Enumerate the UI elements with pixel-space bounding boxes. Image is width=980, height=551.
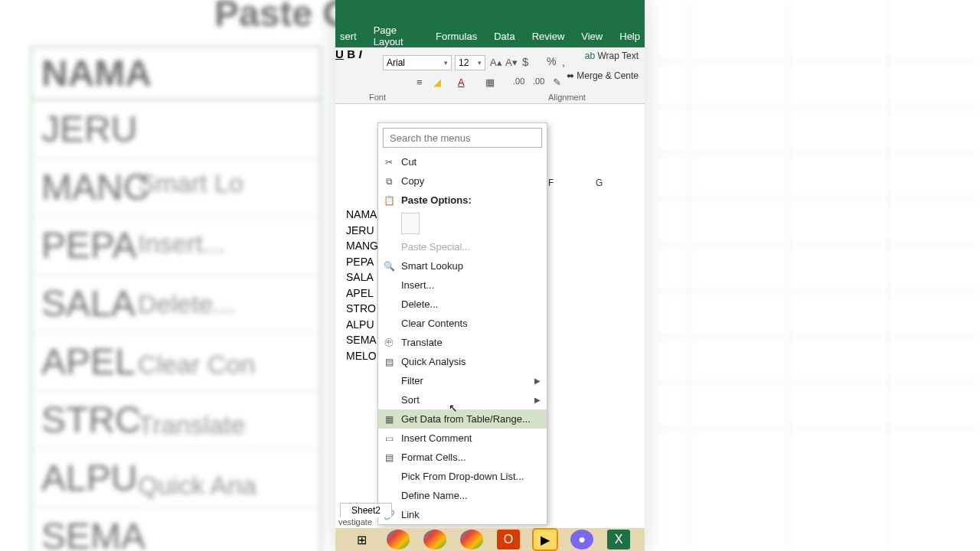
menu-sort[interactable]: Sort▶ — [378, 390, 547, 409]
ribbon-tabs: sert Page Layout Formulas Data Review Vi… — [335, 24, 645, 47]
menu-clear-contents[interactable]: Clear Contents — [378, 314, 547, 333]
fill-color-icon[interactable]: ◢ — [433, 77, 441, 88]
menu-search-input[interactable] — [383, 128, 542, 148]
office-icon[interactable]: O — [497, 530, 520, 549]
increase-decimal-icon[interactable]: .00 — [513, 77, 524, 86]
tab-data[interactable]: Data — [494, 31, 514, 42]
menu-get-data[interactable]: ▦Get Data from Table/Range... — [378, 409, 547, 429]
menu-copy[interactable]: ⧉Copy — [378, 171, 547, 191]
excel-icon[interactable]: X — [607, 530, 630, 549]
font-color-icon[interactable]: A — [458, 77, 465, 88]
menu-paste-special: Paste Special... — [378, 237, 547, 256]
underline-button[interactable]: U — [335, 47, 344, 60]
tab-help[interactable]: Help — [619, 31, 640, 42]
taskbar: ⊞ O ▶ ● X — [335, 528, 645, 551]
translate-icon: ㊥ — [383, 337, 395, 349]
windows-start-icon[interactable]: ⊞ — [350, 530, 373, 549]
comment-icon: ▭ — [383, 432, 395, 445]
currency-icon[interactable]: $ — [522, 55, 528, 68]
align-icon[interactable]: ≡ — [416, 77, 423, 88]
quick-analysis-icon: ▤ — [383, 356, 395, 368]
font-name-combo[interactable]: Arial▾ — [383, 55, 452, 70]
border-icon[interactable]: ▦ — [485, 77, 495, 88]
menu-quick-analysis[interactable]: ▤Quick Analysis — [378, 352, 547, 371]
app-icon[interactable]: ● — [570, 530, 593, 549]
decrease-font-icon[interactable]: A▾ — [505, 57, 518, 68]
menu-pick-dropdown[interactable]: Pick From Drop-down List... — [378, 467, 547, 486]
group-font: Font — [369, 93, 386, 102]
menu-format-cells[interactable]: ▤Format Cells... — [378, 448, 547, 467]
paste-icon[interactable] — [401, 213, 420, 234]
titlebar — [335, 0, 645, 24]
menu-delete[interactable]: Delete... — [378, 295, 547, 314]
search-icon: 🔍 — [383, 260, 395, 272]
merge-center-button[interactable]: ⬌ Merge & Cente — [567, 70, 639, 81]
chrome-icon[interactable] — [460, 530, 483, 549]
format-icon: ▤ — [383, 452, 395, 464]
tab-formulas[interactable]: Formulas — [436, 31, 477, 42]
scissors-icon: ✂ — [383, 156, 395, 168]
chrome-icon[interactable] — [423, 530, 446, 549]
paste-option-row — [378, 210, 547, 237]
clipboard-icon: 📋 — [383, 194, 395, 207]
menu-translate[interactable]: ㊥Translate — [378, 333, 547, 352]
tab-page-layout[interactable]: Page Layout — [374, 24, 419, 47]
increase-font-icon[interactable]: A▴ — [490, 57, 502, 68]
sheet-tab[interactable]: Sheet2 — [340, 503, 392, 517]
tab-review[interactable]: Review — [532, 31, 565, 42]
ribbon: Arial▾ 12▾ A▴ A▾ $ % , U B I ≡ ◢ A ▦ .00… — [335, 47, 645, 104]
excel-window: sert Page Layout Formulas Data Review Vi… — [335, 0, 645, 551]
col-header-f[interactable]: F — [548, 178, 554, 188]
bold-button[interactable]: B — [347, 47, 355, 60]
table-icon: ▦ — [383, 413, 395, 425]
app-icon[interactable]: ▶ — [534, 530, 557, 549]
percent-icon[interactable]: % — [547, 55, 556, 67]
copy-icon: ⧉ — [383, 175, 395, 187]
menu-insert[interactable]: Insert... — [378, 276, 547, 295]
col-header-g[interactable]: G — [596, 178, 603, 188]
context-menu: ✂Cut ⧉Copy 📋Paste Options: Paste Special… — [377, 122, 547, 525]
decrease-decimal-icon[interactable]: .00 — [533, 77, 544, 86]
bg-menu: Smart LoInsert...Delete... Clear ConTran… — [138, 153, 256, 516]
status-bar: vestigate — [335, 517, 645, 528]
bg-title: Paste O — [214, 0, 351, 34]
wrap-text-button[interactable]: ab Wrap Text — [585, 51, 639, 61]
chevron-right-icon: ▶ — [534, 396, 541, 404]
tab-view[interactable]: View — [581, 31, 603, 42]
group-alignment: Alignment — [548, 93, 586, 102]
italic-button[interactable]: I — [359, 47, 362, 60]
chrome-icon[interactable] — [387, 530, 410, 549]
menu-filter[interactable]: Filter▶ — [378, 371, 547, 390]
format-painter-icon[interactable]: ✎ — [553, 77, 561, 88]
menu-define-name[interactable]: Define Name... — [378, 486, 547, 505]
comma-icon[interactable]: , — [562, 55, 565, 68]
chevron-right-icon: ▶ — [534, 377, 541, 385]
menu-paste-options: 📋Paste Options: — [378, 191, 547, 210]
font-size-combo[interactable]: 12▾ — [455, 55, 485, 70]
menu-smart-lookup[interactable]: 🔍Smart Lookup — [378, 256, 547, 276]
menu-insert-comment[interactable]: ▭Insert Comment — [378, 429, 547, 448]
tab-insert[interactable]: sert — [340, 31, 357, 42]
menu-cut[interactable]: ✂Cut — [378, 152, 547, 171]
